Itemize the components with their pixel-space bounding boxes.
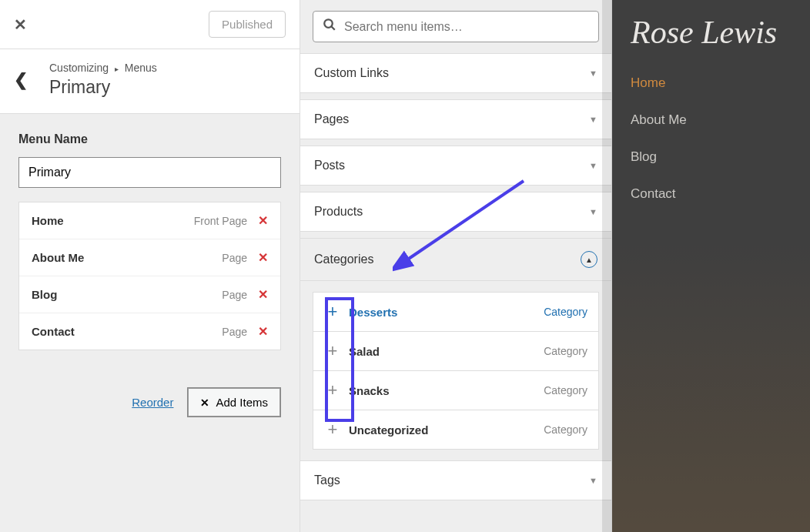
category-type: Category bbox=[544, 423, 587, 436]
remove-icon[interactable]: ✕ bbox=[258, 213, 268, 228]
chevron-down-icon: ▼ bbox=[589, 69, 597, 78]
nav-link-blog[interactable]: Blog bbox=[631, 149, 792, 165]
breadcrumb-parent: Customizing bbox=[49, 62, 109, 74]
plus-icon[interactable]: + bbox=[324, 382, 341, 399]
plus-icon[interactable]: + bbox=[324, 421, 341, 438]
available-items-panel: Custom Links ▼ Pages ▼ Posts ▼ Products … bbox=[300, 0, 612, 532]
site-brand: Rose Lewis bbox=[612, 0, 810, 57]
back-icon[interactable]: ❮ bbox=[14, 70, 28, 90]
menu-name-input[interactable] bbox=[18, 157, 281, 188]
categories-list: + Desserts Category + Salad Category + S… bbox=[313, 292, 599, 450]
add-items-button[interactable]: ✕ Add Items bbox=[187, 387, 281, 417]
customizer-panel: ✕ Published ❮ Customizing ▸ Menus Primar… bbox=[0, 0, 300, 532]
search-wrap bbox=[300, 0, 611, 53]
remove-icon[interactable]: ✕ bbox=[258, 287, 268, 302]
menu-item-row[interactable]: Contact Page ✕ bbox=[19, 313, 280, 350]
category-name: Uncategorized bbox=[349, 423, 536, 437]
breadcrumb-separator-icon: ▸ bbox=[115, 65, 119, 73]
category-row[interactable]: + Salad Category bbox=[313, 332, 598, 371]
accordion-list: Custom Links ▼ Pages ▼ Posts ▼ Products … bbox=[300, 53, 611, 507]
breadcrumb-row: ❮ Customizing ▸ Menus Primary bbox=[0, 49, 300, 114]
chevron-down-icon: ▼ bbox=[589, 161, 597, 170]
nav-link-about[interactable]: About Me bbox=[631, 112, 792, 128]
accordion-label: Categories bbox=[314, 253, 373, 266]
breadcrumb-section: Menus bbox=[125, 62, 157, 74]
page-title: Primary bbox=[49, 77, 157, 98]
menu-item-row[interactable]: About Me Page ✕ bbox=[19, 239, 280, 276]
chevron-down-icon: ▼ bbox=[589, 115, 597, 124]
menu-item-name: Blog bbox=[32, 288, 57, 301]
search-icon bbox=[323, 18, 336, 35]
menu-item-name: Contact bbox=[32, 325, 75, 338]
breadcrumb: Customizing ▸ Menus Primary bbox=[49, 62, 157, 98]
accordion-label: Custom Links bbox=[314, 66, 389, 80]
nav-link-contact[interactable]: Contact bbox=[631, 186, 792, 202]
scrollbar[interactable] bbox=[602, 0, 611, 532]
panel-body: Menu Name Home Front Page ✕ About Me Pag… bbox=[0, 114, 300, 532]
plus-icon[interactable]: + bbox=[324, 303, 341, 320]
search-box[interactable] bbox=[313, 11, 599, 42]
category-row[interactable]: + Snacks Category bbox=[313, 371, 598, 410]
category-row[interactable]: + Desserts Category bbox=[313, 293, 598, 332]
menu-item-type: Page bbox=[222, 252, 247, 264]
accordion-products[interactable]: Products ▼ bbox=[300, 192, 611, 232]
category-name: Desserts bbox=[349, 306, 536, 319]
menu-item-row[interactable]: Home Front Page ✕ bbox=[19, 202, 280, 239]
accordion-label: Pages bbox=[314, 112, 349, 126]
menu-item-type: Front Page bbox=[194, 215, 247, 227]
accordion-label: Products bbox=[314, 205, 363, 219]
add-items-label: Add Items bbox=[216, 396, 268, 409]
chevron-down-icon: ▼ bbox=[589, 207, 597, 216]
accordion-label: Tags bbox=[314, 473, 340, 487]
chevron-up-icon: ▲ bbox=[581, 251, 597, 268]
svg-point-0 bbox=[324, 19, 333, 28]
close-icon[interactable]: ✕ bbox=[14, 15, 27, 34]
menu-items-list: Home Front Page ✕ About Me Page ✕ Blog bbox=[18, 202, 281, 350]
accordion-tags[interactable]: Tags ▼ bbox=[300, 460, 611, 500]
menu-item-type: Page bbox=[222, 289, 247, 301]
category-row[interactable]: + Uncategorized Category bbox=[313, 410, 598, 449]
menu-item-type: Page bbox=[222, 326, 247, 338]
menu-item-name: About Me bbox=[32, 251, 84, 264]
close-icon: ✕ bbox=[200, 396, 209, 409]
svg-line-1 bbox=[331, 26, 335, 30]
accordion-categories[interactable]: Categories ▲ bbox=[300, 238, 611, 281]
breadcrumb-path: Customizing ▸ Menus bbox=[49, 62, 157, 74]
menu-item-name: Home bbox=[32, 214, 64, 227]
chevron-down-icon: ▼ bbox=[589, 476, 597, 485]
remove-icon[interactable]: ✕ bbox=[258, 324, 268, 339]
remove-icon[interactable]: ✕ bbox=[258, 250, 268, 265]
category-name: Salad bbox=[349, 345, 536, 358]
menu-item-row[interactable]: Blog Page ✕ bbox=[19, 276, 280, 313]
nav-link-home[interactable]: Home bbox=[631, 75, 792, 91]
menu-name-label: Menu Name bbox=[18, 132, 281, 146]
reorder-link[interactable]: Reorder bbox=[132, 396, 173, 409]
plus-icon[interactable]: + bbox=[324, 343, 341, 360]
preview-nav: Home About Me Blog Contact bbox=[612, 57, 810, 220]
accordion-posts[interactable]: Posts ▼ bbox=[300, 146, 611, 186]
accordion-pages[interactable]: Pages ▼ bbox=[300, 99, 611, 139]
search-input[interactable] bbox=[344, 20, 589, 34]
category-type: Category bbox=[544, 306, 587, 318]
category-name: Snacks bbox=[349, 384, 536, 397]
site-preview: Rose Lewis Home About Me Blog Contact bbox=[612, 0, 810, 532]
panel-actions: Reorder ✕ Add Items bbox=[18, 387, 281, 417]
published-button[interactable]: Published bbox=[209, 11, 286, 38]
panel-header: ✕ Published bbox=[0, 0, 300, 49]
category-type: Category bbox=[544, 384, 587, 396]
category-type: Category bbox=[544, 345, 587, 357]
accordion-custom-links[interactable]: Custom Links ▼ bbox=[300, 53, 611, 93]
accordion-label: Posts bbox=[314, 159, 345, 172]
